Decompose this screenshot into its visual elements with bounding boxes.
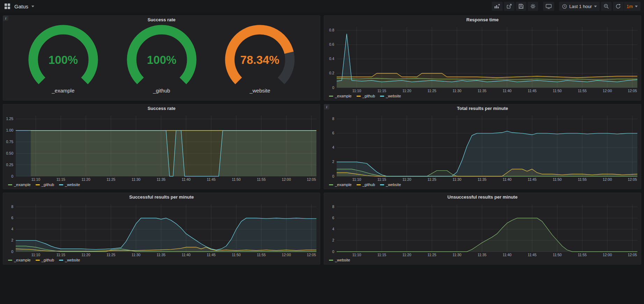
success-rate-chart[interactable]: 00.250.500.751.001.2511:1011:1511:2011:2… — [3, 113, 320, 182]
refresh-button[interactable] — [613, 2, 623, 11]
legend-label: _example — [335, 94, 352, 98]
time-range-caret-icon — [594, 6, 597, 7]
unsuccessful-results-chart[interactable]: 0246811:1011:1511:2011:2511:3011:3511:40… — [324, 201, 641, 257]
chart-svg: 0246811:1011:1511:2011:2511:3011:3511:40… — [324, 201, 641, 257]
panel-title[interactable]: Successful results per minute — [3, 193, 320, 201]
svg-text:12:05: 12:05 — [628, 89, 637, 93]
legend-item-_github[interactable]: _github — [36, 183, 54, 187]
legend-swatch-icon — [329, 96, 333, 97]
svg-text:11:10: 11:10 — [31, 177, 41, 181]
legend-label: _github — [42, 258, 54, 262]
svg-text:6: 6 — [332, 216, 334, 220]
svg-text:11:20: 11:20 — [81, 253, 90, 257]
response-time-chart[interactable]: 00.20.40.60.811:1011:1511:2011:2511:3011… — [324, 24, 641, 93]
svg-text:0: 0 — [332, 250, 334, 254]
share-button[interactable] — [504, 2, 514, 11]
total-results-chart[interactable]: 0246811:1011:1511:2011:2511:3011:3511:40… — [324, 113, 641, 182]
svg-text:11:45: 11:45 — [528, 253, 537, 257]
svg-text:2: 2 — [332, 238, 334, 242]
chart-legend: _website — [324, 257, 641, 264]
legend-item-_github[interactable]: _github — [357, 183, 375, 187]
legend-swatch-icon — [380, 96, 384, 97]
legend-swatch-icon — [357, 184, 361, 185]
svg-text:12:00: 12:00 — [603, 89, 612, 93]
svg-text:0.25: 0.25 — [6, 163, 14, 167]
legend-item-_example[interactable]: _example — [8, 183, 31, 187]
legend-label: _example — [14, 258, 31, 262]
refresh-interval-caret-icon — [635, 6, 638, 7]
svg-text:11:25: 11:25 — [427, 253, 437, 257]
svg-text:11:35: 11:35 — [477, 253, 486, 257]
gauge-value: 78.34% — [240, 53, 279, 66]
dashboard-title[interactable]: Gatus — [14, 3, 28, 9]
y-axis-labels: 02468 — [11, 205, 13, 253]
legend-label: _website — [386, 94, 401, 98]
legend-item-_example[interactable]: _example — [329, 183, 352, 187]
panel-response-time: Response time 00.20.40.60.811:1011:1511:… — [324, 15, 641, 101]
nav-left: Gatus — [3, 2, 34, 10]
legend-item-_website[interactable]: _website — [59, 258, 80, 262]
panel-title[interactable]: Success rate — [3, 16, 320, 24]
time-range-button[interactable]: Last 1 hour — [559, 2, 600, 11]
panel-title[interactable]: Response time — [324, 16, 641, 24]
legend-item-_github[interactable]: _github — [36, 258, 54, 262]
svg-text:11:50: 11:50 — [232, 177, 241, 181]
save-button[interactable] — [516, 2, 526, 11]
dashboards-grid-icon[interactable] — [3, 2, 11, 10]
legend-item-_website[interactable]: _website — [380, 94, 401, 98]
panel-info-icon[interactable]: i — [324, 104, 329, 110]
legend-item-_website[interactable]: _website — [59, 183, 80, 187]
gauge-value: 100% — [147, 53, 176, 66]
svg-text:4: 4 — [332, 145, 334, 149]
gauge-label: _github — [153, 88, 170, 94]
cycle-view-button[interactable] — [543, 2, 554, 11]
legend-item-_example[interactable]: _example — [329, 94, 352, 98]
chart-legend: _example_github_website — [324, 93, 641, 100]
svg-text:0.4: 0.4 — [329, 57, 334, 61]
svg-text:11:25: 11:25 — [107, 177, 116, 181]
gauge-value: 100% — [49, 53, 78, 66]
legend-item-_website[interactable]: _website — [329, 258, 350, 262]
panel-info-icon[interactable]: i — [3, 16, 8, 21]
panel-success-rate-timeseries: Success rate 00.250.500.751.001.2511:101… — [3, 104, 320, 189]
legend-label: _website — [386, 183, 401, 187]
gauge-arc: 78.34% — [221, 25, 298, 87]
svg-text:11:10: 11:10 — [352, 253, 361, 257]
panel-title[interactable]: Success rate — [3, 104, 320, 113]
refresh-interval-button[interactable]: 1m — [624, 2, 641, 11]
legend-swatch-icon — [8, 184, 12, 185]
svg-text:1.25: 1.25 — [6, 117, 14, 121]
svg-text:6: 6 — [332, 131, 334, 135]
gauge-_website: 78.34%_website — [221, 25, 298, 94]
zoom-out-button[interactable] — [601, 2, 612, 11]
panel-success-rate-gauges: i Success rate 100%_example100%_github78… — [3, 15, 320, 101]
dashboard-dropdown-caret-icon[interactable] — [31, 6, 34, 7]
y-axis-labels: 00.20.40.60.8 — [329, 28, 334, 89]
nav-right: Last 1 hour 1m — [490, 2, 641, 11]
svg-text:11:30: 11:30 — [132, 177, 141, 181]
add-panel-button[interactable] — [492, 2, 503, 11]
svg-text:12:00: 12:00 — [603, 177, 612, 181]
legend-swatch-icon — [8, 260, 12, 261]
zoom-out-icon — [603, 3, 609, 9]
svg-text:12:05: 12:05 — [628, 253, 637, 257]
gauge-row: 100%_example100%_github78.34%_website — [3, 24, 320, 100]
chart-svg: 0246811:1011:1511:2011:2511:3011:3511:40… — [324, 113, 641, 182]
svg-text:8: 8 — [332, 205, 334, 209]
panel-title[interactable]: Total results per minute — [324, 104, 641, 113]
successful-results-chart[interactable]: 0246811:1011:1511:2011:2511:3011:3511:40… — [3, 201, 320, 257]
legend-swatch-icon — [59, 260, 63, 261]
svg-text:11:40: 11:40 — [182, 253, 191, 257]
svg-text:8: 8 — [11, 205, 13, 209]
gauge-arc: 100% — [25, 25, 102, 87]
legend-item-_example[interactable]: _example — [8, 258, 31, 262]
svg-text:0: 0 — [11, 174, 13, 178]
legend-item-_github[interactable]: _github — [357, 94, 375, 98]
settings-button[interactable] — [528, 2, 538, 11]
panel-title[interactable]: Unsuccessful results per minute — [324, 193, 641, 201]
svg-text:11:55: 11:55 — [578, 253, 587, 257]
svg-text:11:30: 11:30 — [453, 253, 462, 257]
legend-item-_website[interactable]: _website — [380, 183, 401, 187]
svg-text:11:45: 11:45 — [528, 177, 537, 181]
svg-text:11:40: 11:40 — [503, 89, 512, 93]
